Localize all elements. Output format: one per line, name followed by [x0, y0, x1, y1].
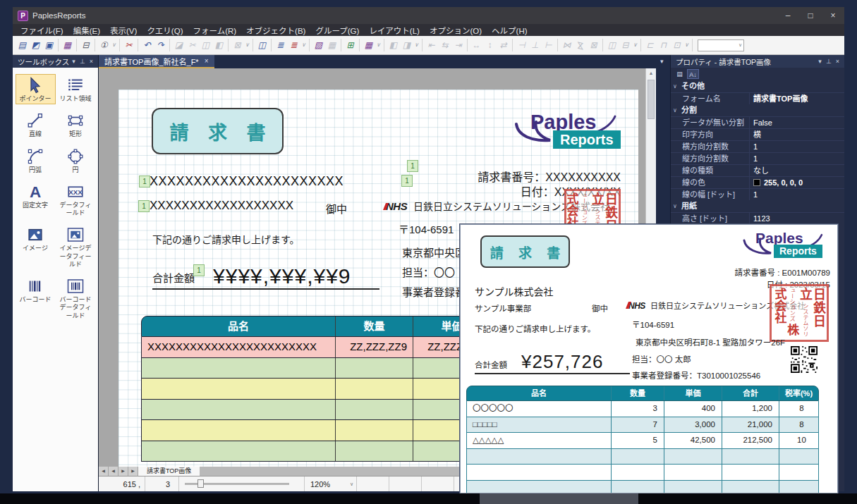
- space-horizontal-icon[interactable]: ↔: [470, 38, 483, 52]
- toolbar-overflow-icon[interactable]: ∨: [375, 38, 382, 52]
- same-size-icon[interactable]: ⊡: [670, 38, 683, 52]
- cut-region-icon[interactable]: ✂: [122, 38, 135, 52]
- prop-row[interactable]: 線の幅 [ドット] 1: [671, 188, 844, 200]
- prop-section[interactable]: 用紙: [671, 200, 844, 212]
- design-postal[interactable]: 〒104-6591: [399, 221, 454, 236]
- tool-list-area[interactable]: リスト領域: [56, 74, 96, 104]
- tool-data-field[interactable]: XXX データフィールド: [56, 180, 96, 219]
- paples-logo[interactable]: Paples Reports: [506, 111, 622, 152]
- menu-form[interactable]: フォーム(R): [188, 24, 241, 37]
- open-form-icon[interactable]: ◩: [29, 38, 42, 52]
- dock-menu-arrow-icon[interactable]: ▾: [660, 58, 664, 65]
- menu-help[interactable]: ヘルプ(H): [487, 24, 532, 37]
- alphabetical-sort-icon[interactable]: A↓: [687, 69, 699, 79]
- categorized-icon[interactable]: ▤: [674, 69, 686, 79]
- tab-close-icon[interactable]: ×: [205, 57, 209, 65]
- tool-pointer[interactable]: ポインター: [16, 74, 56, 104]
- same-height-icon[interactable]: ⊓: [657, 38, 670, 52]
- tool-static-text[interactable]: A 固定文字: [16, 180, 56, 219]
- tool-circle[interactable]: 円: [56, 145, 96, 176]
- slider-thumb[interactable]: [197, 479, 204, 488]
- list-insert-icon[interactable]: ≣: [274, 38, 287, 52]
- align-left-icon[interactable]: ⊣: [515, 38, 528, 52]
- prop-row[interactable]: 線の種類 なし: [671, 164, 844, 176]
- object-edit-icon[interactable]: ▦: [325, 38, 339, 52]
- pin-icon[interactable]: ⊥: [78, 58, 87, 65]
- prop-row[interactable]: データが無い分割 False: [671, 116, 844, 128]
- toolbar-overflow-icon[interactable]: ∨: [244, 38, 250, 52]
- align-right-icon[interactable]: ⊢: [542, 38, 555, 52]
- center-vertical-icon[interactable]: ⊟: [619, 38, 632, 52]
- close-icon[interactable]: ×: [834, 58, 841, 65]
- sheet-prev-button[interactable]: ◀: [109, 467, 118, 476]
- menu-query[interactable]: クエリ(Q): [142, 24, 188, 37]
- center-horizontal-icon[interactable]: ◫: [605, 38, 619, 52]
- info-icon[interactable]: ①: [97, 38, 111, 52]
- sheet-last-button[interactable]: ▶: [128, 467, 138, 476]
- toolbar-overflow-icon[interactable]: ∨: [413, 38, 420, 52]
- paste-icon[interactable]: ◧: [212, 38, 226, 52]
- redo-icon[interactable]: ↷: [154, 38, 167, 52]
- prop-row[interactable]: 縦方向分割数 1: [671, 152, 844, 164]
- fit-both-icon[interactable]: ⊠: [587, 38, 600, 52]
- send-back-icon[interactable]: ◨: [400, 38, 413, 52]
- align-center-icon[interactable]: ⊥: [528, 38, 542, 52]
- panel-menu-icon[interactable]: ▾: [816, 58, 824, 65]
- fit-height-icon[interactable]: ⋈: [573, 39, 588, 52]
- menu-view[interactable]: 表示(V): [105, 24, 142, 37]
- tool-rectangle[interactable]: 矩形: [56, 109, 96, 140]
- space-zero-icon[interactable]: ⇄: [497, 38, 510, 52]
- zoom-select[interactable]: 120%∨: [305, 477, 357, 491]
- prop-row[interactable]: 横方向分割数 1: [671, 140, 844, 152]
- design-dept-field[interactable]: XXXXXXXXXXXXXXXXXX: [150, 199, 293, 213]
- prop-row-form-name[interactable]: フォーム名 請求書TOP画像: [671, 92, 844, 104]
- tool-image-data-field[interactable]: イメージデータフィールド: [56, 223, 96, 270]
- menu-layout[interactable]: レイアウト(L): [364, 24, 425, 37]
- taskbar[interactable]: [0, 493, 857, 504]
- prop-row-line-color[interactable]: 線の色 255, 0, 0, 0: [671, 176, 844, 188]
- panel-menu-icon[interactable]: ▾: [70, 58, 78, 65]
- design-customer-field[interactable]: XXXXXXXXXXXXXXXXXXXXXX: [150, 174, 344, 189]
- pin-icon[interactable]: ⊥: [824, 58, 834, 65]
- toolbar-combo[interactable]: ∨: [698, 39, 744, 51]
- copy-icon[interactable]: ◫: [199, 38, 212, 52]
- undo-icon[interactable]: ↶: [140, 38, 154, 52]
- menu-option[interactable]: オプション(O): [425, 24, 487, 37]
- table-icon[interactable]: ▦: [362, 38, 375, 52]
- pitch-right-icon[interactable]: ⇥: [451, 38, 465, 52]
- space-vertical-icon[interactable]: ↕: [483, 38, 497, 52]
- tool-line[interactable]: 直線: [16, 109, 56, 140]
- zoom-slider[interactable]: [179, 477, 305, 491]
- pitch-center-icon[interactable]: ⇆: [438, 38, 451, 52]
- list-delete-icon[interactable]: ≣: [287, 38, 300, 52]
- toolbar-overflow-icon[interactable]: ∨: [632, 38, 638, 52]
- sheet-next-button[interactable]: ▶: [118, 467, 128, 476]
- fit-width-icon[interactable]: ⋈: [560, 38, 573, 52]
- same-width-icon[interactable]: ⊏: [643, 38, 657, 52]
- scroll-up-icon[interactable]: ▲: [646, 68, 656, 78]
- menu-file[interactable]: ファイル(F): [16, 24, 68, 37]
- toolbar-overflow-icon[interactable]: ∨: [111, 38, 117, 52]
- sheet-first-button[interactable]: ◀: [99, 467, 109, 476]
- scrollbar-thumb[interactable]: [648, 80, 655, 119]
- tool-barcode[interactable]: バーコード: [16, 275, 56, 321]
- prop-row[interactable]: 高さ [ドット] 1123: [671, 212, 844, 224]
- design-onchu-label[interactable]: 御中: [326, 201, 347, 216]
- new-form-icon[interactable]: ▤: [16, 38, 29, 52]
- toolbar-overflow-icon[interactable]: ∨: [683, 38, 690, 52]
- pitch-left-icon[interactable]: ⇤: [425, 38, 438, 52]
- print-icon[interactable]: ⊟: [79, 38, 92, 52]
- cut-icon[interactable]: ✂: [186, 38, 199, 52]
- prop-section[interactable]: 分割: [671, 104, 844, 116]
- delete-icon[interactable]: ⊠: [231, 38, 244, 52]
- design-total[interactable]: 合計金額 ¥¥¥¥,¥¥¥,¥¥9: [152, 259, 379, 290]
- toolbar-overflow-icon[interactable]: ∨: [300, 38, 307, 52]
- sheet-tab[interactable]: 請求書TOP画像: [138, 467, 200, 476]
- design-greeting[interactable]: 下記の通りご請求申し上げます。: [152, 232, 300, 246]
- form-manager-icon[interactable]: ▦: [61, 38, 74, 52]
- tool-image[interactable]: イメージ: [16, 223, 56, 270]
- close-button[interactable]: ×: [822, 7, 844, 24]
- prop-section[interactable]: その他: [671, 80, 844, 92]
- tool-barcode-data-field[interactable]: バーコードデータフィールド: [56, 275, 96, 321]
- bring-front-icon[interactable]: ◧: [387, 38, 400, 52]
